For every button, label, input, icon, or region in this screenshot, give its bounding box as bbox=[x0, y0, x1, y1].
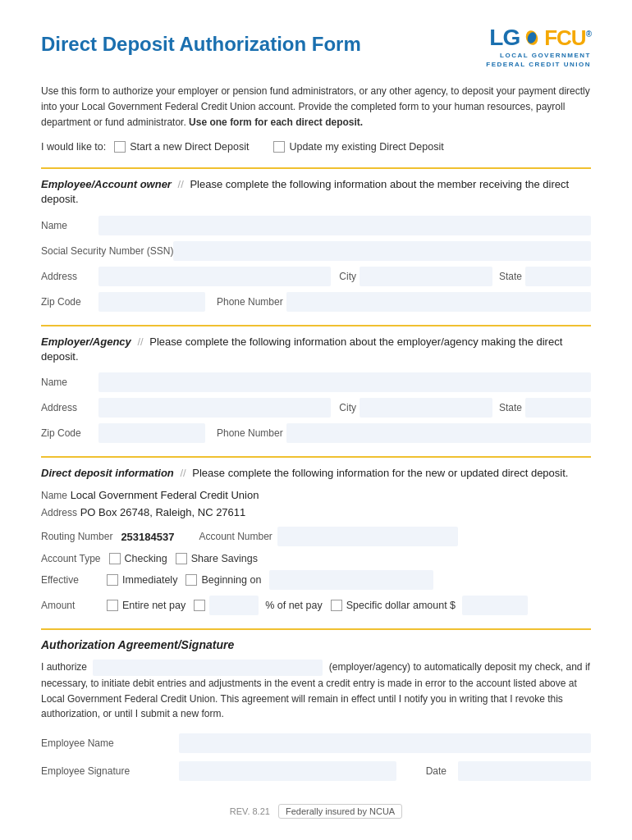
routing-row: Routing Number 253184537 Account Number bbox=[41, 527, 591, 546]
authorization-text: I authorize (employer/agency) to automat… bbox=[41, 660, 591, 722]
beginning-on-label[interactable]: Beginning on bbox=[185, 574, 261, 586]
account-number-col: Account Number bbox=[199, 527, 457, 546]
employee-address-row: Address City State bbox=[41, 267, 591, 286]
amount-label: Amount bbox=[41, 600, 98, 611]
checking-text: Checking bbox=[125, 553, 167, 564]
footer-rev: REV. 8.21 bbox=[230, 806, 270, 816]
specific-dollar-label[interactable]: Specific dollar amount $ bbox=[331, 596, 528, 615]
form-title: Direct Deposit Authorization Form bbox=[41, 33, 361, 56]
ncua-badge: Federally insured by NCUA bbox=[278, 804, 402, 819]
checking-label[interactable]: Checking bbox=[109, 553, 167, 564]
employee-address-input[interactable] bbox=[98, 267, 331, 286]
employee-zip-input[interactable] bbox=[98, 292, 205, 312]
deposit-section: Direct deposit information // Please com… bbox=[41, 456, 591, 615]
specific-dollar-text: Specific dollar amount $ bbox=[346, 600, 456, 611]
update-existing-checkbox[interactable] bbox=[273, 141, 285, 153]
logo-box: LG FCU® bbox=[489, 25, 591, 51]
footer: REV. 8.21 Federally insured by NCUA bbox=[41, 804, 591, 819]
intro-text: Use this form to authorize your employer… bbox=[41, 84, 591, 130]
employee-zip-row: Zip Code Phone Number bbox=[41, 292, 591, 312]
auth-sig-label: Employee Signature bbox=[41, 765, 172, 777]
employer-city-label: City bbox=[339, 402, 356, 413]
immediately-text: Immediately bbox=[122, 574, 177, 586]
auth-sig-input[interactable] bbox=[179, 761, 396, 781]
immediately-label[interactable]: Immediately bbox=[107, 574, 177, 586]
start-new-label[interactable]: Start a new Direct Deposit bbox=[114, 141, 249, 153]
specific-dollar-checkbox[interactable] bbox=[331, 600, 342, 611]
employer-phone-label: Phone Number bbox=[217, 427, 283, 439]
employee-name-input[interactable] bbox=[98, 216, 591, 235]
update-existing-label[interactable]: Update my existing Direct Deposit bbox=[273, 141, 443, 153]
deposit-name-value: Local Government Federal Credit Union bbox=[71, 489, 259, 501]
percent-net-pay-label[interactable]: % of net pay bbox=[194, 596, 323, 615]
entire-net-pay-checkbox[interactable] bbox=[107, 600, 118, 611]
authorization-section: Authorization Agreement/Signature I auth… bbox=[41, 628, 591, 781]
deposit-address-value: PO Box 26748, Raleigh, NC 27611 bbox=[80, 506, 246, 518]
routing-label: Routing Number bbox=[41, 531, 112, 542]
auth-date-input[interactable] bbox=[458, 761, 591, 781]
share-savings-checkbox[interactable] bbox=[176, 553, 187, 564]
auth-sig-row: Employee Signature Date bbox=[41, 761, 591, 781]
auth-date-label: Date bbox=[426, 765, 447, 777]
checking-checkbox[interactable] bbox=[109, 553, 121, 564]
employer-city-input[interactable] bbox=[360, 398, 492, 418]
employee-ssn-input[interactable] bbox=[173, 241, 591, 261]
employee-city-input[interactable] bbox=[360, 267, 492, 286]
authorization-title: Authorization Agreement/Signature bbox=[41, 638, 591, 651]
start-new-checkbox[interactable] bbox=[114, 141, 126, 153]
employee-section: Employee/Account owner // Please complet… bbox=[41, 167, 591, 311]
percent-net-pay-text: % of net pay bbox=[265, 600, 323, 611]
employer-zip-label: Zip Code bbox=[41, 427, 98, 439]
account-number-input[interactable] bbox=[277, 527, 458, 546]
beginning-on-checkbox[interactable] bbox=[185, 574, 197, 586]
employee-city-label: City bbox=[339, 271, 356, 282]
amount-row: Amount Entire net pay % of net pay Speci… bbox=[41, 596, 591, 615]
employee-address-label: Address bbox=[41, 271, 98, 282]
logo-lg-text: LG bbox=[489, 25, 520, 51]
employee-name-label: Name bbox=[41, 220, 98, 231]
beginning-on-input[interactable] bbox=[269, 570, 433, 590]
percent-net-pay-checkbox[interactable] bbox=[194, 600, 205, 611]
employee-zip-label: Zip Code bbox=[41, 296, 98, 308]
employee-state-input[interactable] bbox=[525, 267, 591, 286]
routing-value: 253184537 bbox=[121, 531, 174, 543]
entire-net-pay-label[interactable]: Entire net pay bbox=[107, 600, 185, 611]
update-existing-text: Update my existing Direct Deposit bbox=[289, 141, 443, 153]
employer-name-input[interactable] bbox=[98, 372, 591, 392]
beginning-on-text: Beginning on bbox=[201, 574, 261, 586]
employer-section: Employer/Agency // Please complete the f… bbox=[41, 325, 591, 443]
employee-ssn-row: Social Security Number (SSN) bbox=[41, 241, 591, 261]
would-like-label: I would like to: bbox=[41, 141, 106, 153]
share-savings-label[interactable]: Share Savings bbox=[176, 553, 258, 564]
form-title-area: Direct Deposit Authorization Form bbox=[41, 25, 361, 56]
specific-dollar-input[interactable] bbox=[462, 596, 528, 615]
auth-employee-name-input[interactable] bbox=[179, 733, 591, 753]
entire-net-pay-text: Entire net pay bbox=[122, 600, 185, 611]
employee-state-label: State bbox=[499, 271, 522, 282]
deposit-name-row: Name Local Government Federal Credit Uni… bbox=[41, 489, 591, 501]
routing-col: Routing Number 253184537 bbox=[41, 531, 174, 543]
account-type-row: Account Type Checking Share Savings bbox=[41, 553, 591, 564]
employer-name-row: Name bbox=[41, 372, 591, 392]
logo-subtitle: LOCAL GOVERNMENT FEDERAL CREDIT UNION bbox=[486, 51, 591, 69]
employer-address-input[interactable] bbox=[98, 398, 331, 418]
employer-state-input[interactable] bbox=[525, 398, 591, 418]
logo-fcu-text: FCU® bbox=[544, 25, 591, 51]
page-header: Direct Deposit Authorization Form LG FCU… bbox=[41, 25, 591, 69]
employer-phone-input[interactable] bbox=[286, 423, 591, 443]
would-like-row: I would like to: Start a new Direct Depo… bbox=[41, 141, 591, 153]
immediately-checkbox[interactable] bbox=[107, 574, 118, 586]
employee-phone-input[interactable] bbox=[286, 292, 591, 312]
employee-section-header: Employee/Account owner // Please complet… bbox=[41, 177, 591, 207]
share-savings-text: Share Savings bbox=[191, 553, 258, 564]
employer-zip-row: Zip Code Phone Number bbox=[41, 423, 591, 443]
start-new-text: Start a new Direct Deposit bbox=[130, 141, 249, 153]
deposit-address-row: Address PO Box 26748, Raleigh, NC 27611 bbox=[41, 506, 591, 518]
percent-net-pay-input[interactable] bbox=[209, 596, 259, 615]
logo-area: LG FCU® LOCAL GOVERNMENT FEDERAL CREDIT … bbox=[486, 25, 591, 69]
effective-label: Effective bbox=[41, 574, 98, 586]
auth-employer-input[interactable] bbox=[93, 660, 323, 676]
employer-address-row: Address City State bbox=[41, 398, 591, 418]
employer-name-label: Name bbox=[41, 377, 98, 388]
employer-zip-input[interactable] bbox=[98, 423, 205, 443]
